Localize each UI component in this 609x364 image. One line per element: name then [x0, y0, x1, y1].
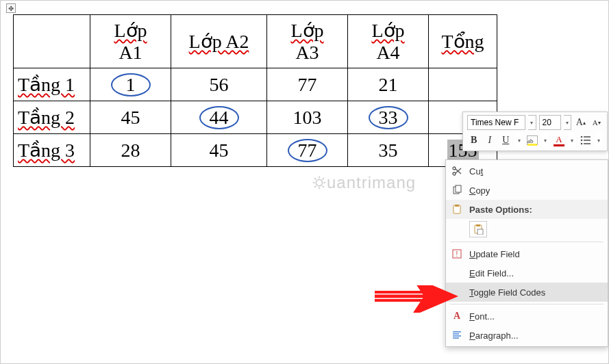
header-col-a2: Lớp A2 [171, 15, 267, 68]
header-text: A1 [119, 42, 142, 63]
svg-rect-25 [477, 229, 483, 235]
cell[interactable]: 77 [267, 68, 348, 101]
clipboard-icon [473, 224, 484, 235]
cell[interactable]: 45 [171, 134, 267, 167]
table-row: Tầng 2 45 44 103 33 [14, 101, 497, 134]
menu-item-copy[interactable]: Copy [446, 181, 608, 200]
table-move-handle-icon[interactable]: ✥ [6, 3, 16, 13]
font-icon: A [450, 309, 464, 323]
menu-separator [450, 242, 604, 242]
menu-label: Cut [469, 166, 602, 177]
svg-rect-22 [455, 205, 459, 207]
menu-label: Paste Options: [469, 205, 602, 215]
cell[interactable]: 77 [267, 134, 348, 167]
cell[interactable]: 44 [171, 101, 267, 134]
cell[interactable]: 103 [267, 101, 348, 134]
blank-icon [450, 285, 464, 299]
chevron-down-icon[interactable]: ▾ [515, 133, 523, 148]
cell[interactable]: 1 [90, 68, 171, 101]
menu-item-paragraph[interactable]: Paragraph... [446, 326, 608, 345]
header-text: Lớp [290, 20, 323, 41]
svg-line-7 [314, 186, 316, 187]
font-color-button[interactable]: A [552, 133, 565, 147]
svg-point-16 [453, 167, 456, 170]
scissors-icon [450, 164, 464, 178]
menu-label: Toggle Field Codes [469, 287, 602, 298]
svg-rect-24 [476, 224, 480, 226]
svg-point-9 [580, 136, 582, 138]
header-text: Tổng [441, 31, 484, 52]
menu-item-edit-field[interactable]: Edit Field... [446, 263, 608, 283]
menu-label: Update Field [469, 249, 602, 259]
bullets-button[interactable] [579, 133, 592, 147]
chevron-down-icon[interactable]: ▾ [528, 115, 536, 130]
bullets-icon [580, 135, 591, 145]
menu-item-update-field[interactable]: ! Update Field [446, 244, 608, 263]
highlight-button[interactable]: ab [525, 133, 538, 147]
chevron-down-icon[interactable]: ▾ [569, 133, 577, 148]
chevron-down-icon[interactable]: ▾ [542, 133, 550, 148]
font-size-combo[interactable]: 20 [539, 115, 562, 130]
cell[interactable]: 35 [348, 134, 429, 167]
cell[interactable]: 33 [348, 101, 429, 134]
chevron-down-icon[interactable]: ▾ [595, 133, 603, 148]
svg-text:!: ! [456, 250, 458, 258]
word-table[interactable]: Lớp A1 Lớp A2 Lớp A3 Lớp A4 Tổng [13, 14, 497, 167]
menu-item-cut[interactable]: Cut [446, 161, 608, 181]
svg-line-18 [456, 168, 461, 173]
menu-label: Paragraph... [469, 330, 597, 341]
shrink-font-button[interactable]: A▾ [590, 116, 603, 129]
header-col-total: Tổng [429, 15, 497, 68]
cell[interactable] [429, 68, 497, 101]
menu-item-font[interactable]: A Font... [446, 307, 608, 326]
svg-line-6 [323, 186, 324, 187]
svg-point-0 [316, 179, 322, 185]
paste-keep-formatting-button[interactable] [469, 221, 487, 237]
row-label: Tầng 3 [14, 134, 90, 167]
menu-item-toggle-field-codes[interactable]: Toggle Field Codes [446, 283, 608, 302]
italic-button[interactable]: I [483, 133, 496, 147]
cell[interactable]: 21 [348, 68, 429, 101]
header-text: Lớp A2 [189, 31, 249, 52]
chevron-down-icon[interactable]: ▾ [564, 115, 571, 130]
svg-rect-12 [584, 140, 591, 141]
svg-rect-20 [456, 185, 461, 192]
svg-line-17 [456, 169, 461, 174]
header-col-a1: Lớp A1 [90, 15, 171, 68]
table-header-row: Lớp A1 Lớp A2 Lớp A3 Lớp A4 Tổng [14, 15, 497, 68]
menu-label: Font... [469, 311, 602, 322]
cell[interactable]: 45 [90, 101, 171, 134]
font-name-combo[interactable]: Times New F [467, 115, 525, 130]
context-menu: Cut Copy Paste Options: ! Update Field [445, 159, 608, 347]
svg-point-15 [453, 172, 456, 175]
menu-separator [450, 304, 604, 304]
header-blank [14, 15, 90, 68]
menu-header-paste-options: Paste Options: [446, 200, 608, 219]
blank-icon [450, 266, 464, 280]
bold-button[interactable]: B [467, 133, 480, 147]
header-text: A4 [376, 42, 399, 63]
svg-point-13 [580, 143, 582, 145]
menu-label: Edit Field... [469, 268, 602, 278]
paste-options-row [446, 219, 608, 239]
header-col-a4: Lớp A4 [348, 15, 429, 68]
svg-line-5 [314, 178, 316, 179]
grow-font-button[interactable]: A▴ [574, 116, 587, 129]
cell[interactable]: 28 [90, 134, 171, 167]
cell[interactable]: 56 [171, 68, 267, 101]
table-row: Tầng 3 28 45 77 35 155 [14, 134, 497, 167]
header-text: A3 [295, 42, 319, 63]
svg-line-8 [323, 178, 324, 179]
underline-button[interactable]: U [499, 133, 512, 147]
svg-rect-10 [584, 136, 591, 138]
paragraph-icon [450, 328, 464, 342]
table-row: Tầng 1 1 56 77 21 [14, 68, 497, 101]
header-text: Lớp [371, 20, 404, 41]
watermark: uantrimang [312, 173, 416, 192]
copy-icon [450, 183, 464, 197]
svg-point-11 [580, 140, 582, 142]
row-label: Tầng 1 [14, 68, 90, 101]
clipboard-icon [450, 203, 464, 216]
update-field-icon: ! [450, 247, 464, 261]
row-label: Tầng 2 [14, 101, 90, 134]
